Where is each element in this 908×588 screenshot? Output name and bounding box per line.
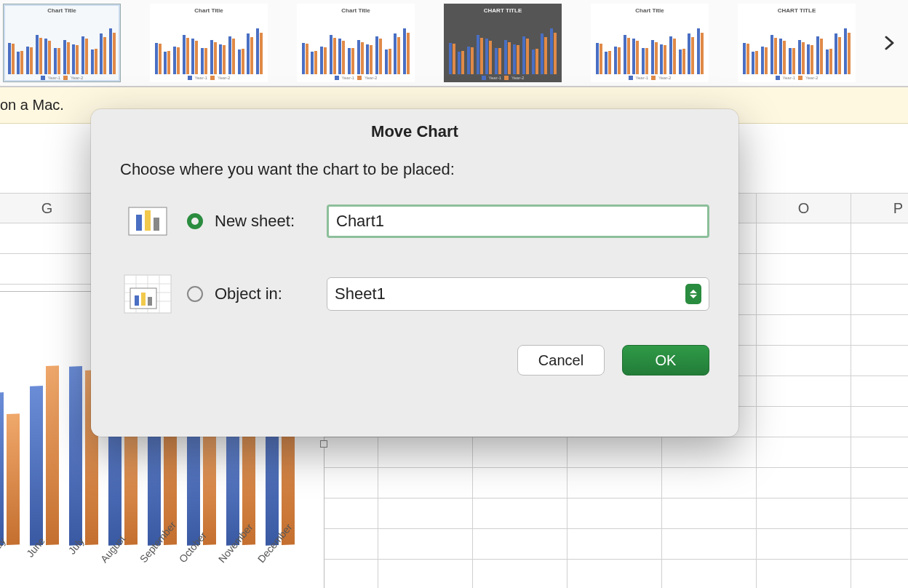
thumb-legend: Year-1 Year-2 xyxy=(188,76,231,80)
col-header[interactable]: G xyxy=(0,194,95,223)
option-object-in-row: Object in: Sheet1 xyxy=(120,272,709,316)
svg-rect-13 xyxy=(141,293,146,306)
move-chart-dialog: Move Chart Choose where you want the cha… xyxy=(91,109,738,437)
thumb-bars xyxy=(740,15,853,74)
thumb-title: CHART TITLE xyxy=(484,7,522,14)
new-sheet-icon xyxy=(120,199,175,243)
new-sheet-label: New sheet: xyxy=(215,212,315,231)
combo-stepper-icon[interactable] xyxy=(685,284,701,304)
chart-style-thumb-3[interactable]: Chart Title Year-1 Year-2 xyxy=(297,4,415,82)
chart-style-thumb-5[interactable]: Chart Title Year-1 Year-2 xyxy=(591,4,709,82)
svg-rect-2 xyxy=(145,210,151,231)
thumb-title: CHART TITLE xyxy=(778,7,816,14)
thumb-legend: Year-1 Year-2 xyxy=(482,76,525,80)
object-in-icon xyxy=(120,272,175,316)
gallery-scroll-right-icon[interactable] xyxy=(877,31,902,55)
col-header[interactable]: P xyxy=(851,194,908,223)
chart-style-thumb-2[interactable]: Chart Title Year-1 Year-2 xyxy=(150,4,268,82)
svg-rect-1 xyxy=(136,215,142,231)
object-in-value: Sheet1 xyxy=(335,285,386,303)
svg-rect-12 xyxy=(135,295,139,306)
ok-button[interactable]: OK xyxy=(622,345,709,376)
thumb-title: Chart Title xyxy=(194,7,223,14)
chart-style-gallery: Chart Title Year-1 Year-2 Chart Title Ye… xyxy=(0,0,908,87)
thumb-bars xyxy=(299,15,413,74)
thumb-title: Chart Title xyxy=(341,7,370,14)
chart-style-thumb-4[interactable]: CHART TITLE Year-1 Year-2 xyxy=(444,4,562,82)
chart-style-thumb-6[interactable]: CHART TITLE Year-1 Year-2 xyxy=(738,4,856,82)
thumb-title: Chart Title xyxy=(635,7,664,14)
dialog-title: Move Chart xyxy=(91,109,738,148)
svg-rect-3 xyxy=(154,218,159,231)
thumb-legend: Year-1 Year-2 xyxy=(41,76,84,80)
radio-new-sheet[interactable] xyxy=(187,213,203,229)
radio-object-in[interactable] xyxy=(187,286,203,302)
dialog-prompt: Choose where you want the chart to be pl… xyxy=(120,160,709,179)
option-new-sheet-row: New sheet: xyxy=(120,199,709,243)
dialog-body: Choose where you want the chart to be pl… xyxy=(91,148,738,316)
new-sheet-name-input[interactable] xyxy=(327,204,709,238)
col-header[interactable]: O xyxy=(757,194,851,223)
cancel-button[interactable]: Cancel xyxy=(517,345,605,376)
thumb-bars xyxy=(152,15,266,74)
resize-handle-right[interactable] xyxy=(320,440,327,448)
thumb-title: Chart Title xyxy=(47,7,76,14)
thumb-legend: Year-1 Year-2 xyxy=(629,76,672,80)
thumb-legend: Year-1 Year-2 xyxy=(335,76,378,80)
chart-style-thumb-1[interactable]: Chart Title Year-1 Year-2 xyxy=(3,4,121,82)
thumb-bars xyxy=(593,15,706,74)
dialog-buttons: Cancel OK xyxy=(91,345,738,393)
svg-rect-14 xyxy=(148,297,152,306)
thumb-bars xyxy=(5,15,119,74)
info-bar-text: on a Mac. xyxy=(0,97,64,114)
thumb-legend: Year-1 Year-2 xyxy=(776,76,819,80)
thumb-bars xyxy=(446,15,559,74)
object-in-label: Object in: xyxy=(215,285,315,303)
chart-axis-labels: MayJuneJulyAugustSeptemberOctoberNovembe… xyxy=(0,545,316,588)
object-in-combo[interactable]: Sheet1 xyxy=(327,277,709,311)
